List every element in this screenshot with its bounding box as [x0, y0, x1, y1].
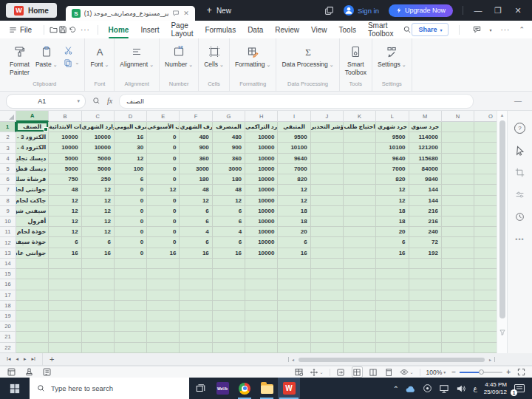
comment-bubble-icon[interactable]	[172, 10, 180, 17]
undo-icon[interactable]	[68, 24, 78, 35]
row-header-18[interactable]: 18	[0, 301, 16, 311]
row-header-14[interactable]: 14	[0, 259, 16, 269]
cell-J1[interactable]: مؤشر التحذير	[311, 122, 344, 132]
cell-M12[interactable]: 72	[409, 237, 442, 248]
cell-O7[interactable]	[474, 185, 497, 195]
cell-N13[interactable]	[442, 248, 474, 259]
cell-B4[interactable]: 5000	[49, 154, 81, 164]
cell-C17[interactable]	[82, 290, 115, 301]
cell-L14[interactable]	[376, 259, 409, 269]
cell-A5[interactable]: ديسك قطع	[16, 164, 49, 174]
vertical-scrollbar-thumb[interactable]	[499, 120, 505, 318]
open-folder-icon[interactable]	[49, 24, 58, 35]
row-header-10[interactable]: 10	[0, 216, 16, 227]
cell-E13[interactable]: 16	[147, 248, 180, 259]
cell-K15[interactable]	[344, 269, 376, 279]
formula-input[interactable]: الصنف	[119, 94, 474, 109]
cell-D17[interactable]	[115, 290, 147, 301]
cell-I15[interactable]	[278, 269, 310, 279]
cell-J21[interactable]	[311, 332, 344, 342]
cell-I20[interactable]	[278, 321, 310, 332]
cell-E22[interactable]	[147, 343, 180, 353]
cell-A6[interactable]: فرشاة سلك	[16, 174, 49, 185]
file-menu[interactable]: File	[0, 26, 39, 34]
cell-E4[interactable]: 0	[147, 154, 180, 164]
cell-N12[interactable]	[442, 237, 474, 248]
cell-B14[interactable]	[49, 259, 81, 269]
cell-B21[interactable]	[49, 332, 81, 342]
cell-K8[interactable]	[344, 196, 376, 206]
new-tab-button[interactable]: + New	[207, 5, 231, 16]
cell-N8[interactable]	[442, 196, 474, 206]
cell-M8[interactable]: 144	[409, 196, 442, 206]
cell-F8[interactable]: 12	[180, 196, 212, 206]
cell-C4[interactable]: 5000	[82, 154, 115, 164]
cell-C8[interactable]: 12	[82, 196, 115, 206]
cell-F5[interactable]: 3000	[180, 164, 212, 174]
cell-N17[interactable]	[442, 290, 474, 301]
select-all-corner[interactable]	[0, 111, 16, 122]
cell-D2[interactable]: 16	[115, 132, 147, 143]
cell-A18[interactable]	[16, 301, 49, 311]
cell-B9[interactable]: 12	[49, 206, 81, 216]
cell-I6[interactable]: 820	[278, 174, 310, 185]
cell-F15[interactable]	[180, 269, 212, 279]
cell-J4[interactable]	[311, 154, 344, 164]
cell-J20[interactable]	[311, 321, 344, 332]
copy-button[interactable]: ⌄	[64, 58, 80, 67]
cell-H8[interactable]: 10000	[245, 196, 278, 206]
column-header-M[interactable]: M	[409, 111, 442, 122]
cell-H9[interactable]: 10000	[245, 206, 278, 216]
cell-O4[interactable]	[474, 154, 497, 164]
close-icon[interactable]: ✕	[513, 7, 523, 15]
cell-I19[interactable]	[278, 311, 310, 321]
cell-M20[interactable]	[409, 321, 442, 332]
cell-L13[interactable]: 16	[376, 248, 409, 259]
cell-L15[interactable]	[376, 269, 409, 279]
cell-O22[interactable]	[474, 343, 497, 353]
cell-E21[interactable]	[147, 332, 180, 342]
cell-G21[interactable]	[213, 332, 245, 342]
cell-B8[interactable]: 12	[49, 196, 81, 206]
language-indicator[interactable]: ع	[473, 385, 477, 392]
cell-M18[interactable]	[409, 301, 442, 311]
cell-N18[interactable]	[442, 301, 474, 311]
cell-B10[interactable]: 12	[49, 216, 81, 227]
cell-G18[interactable]	[213, 301, 245, 311]
cell-E17[interactable]	[147, 290, 180, 301]
cell-K20[interactable]	[344, 321, 376, 332]
row-header-21[interactable]: 21	[0, 332, 16, 342]
cell-C2[interactable]: 10000	[82, 132, 115, 143]
cell-A3[interactable]: الكترود 4 - (‎	[16, 143, 49, 153]
cell-M11[interactable]: 240	[409, 227, 442, 237]
cell-O2[interactable]	[474, 132, 497, 143]
cell-G14[interactable]	[213, 259, 245, 269]
cell-H22[interactable]	[245, 343, 278, 353]
cell-A22[interactable]	[16, 343, 49, 353]
cell-O8[interactable]	[474, 196, 497, 206]
row-header-6[interactable]: 6	[0, 174, 16, 185]
cell-H17[interactable]	[245, 290, 278, 301]
cell-J12[interactable]	[311, 237, 344, 248]
cell-D9[interactable]: 0	[115, 206, 147, 216]
more-commands-icon[interactable]: ···	[78, 26, 93, 34]
cell-K16[interactable]	[344, 279, 376, 290]
cell-L18[interactable]	[376, 301, 409, 311]
smart-toolbox-button[interactable]: SmartToolbox	[345, 43, 366, 76]
cell-O12[interactable]	[474, 237, 497, 248]
cell-L2[interactable]: 9500	[376, 132, 409, 143]
cell-O1[interactable]	[474, 122, 497, 132]
cell-G9[interactable]: 6	[213, 206, 245, 216]
cell-A20[interactable]	[16, 321, 49, 332]
cell-A13[interactable]: جوانتي عادي	[16, 248, 49, 259]
cell-N5[interactable]	[442, 164, 474, 174]
cell-O6[interactable]	[474, 174, 497, 185]
cell-E6[interactable]: 0	[147, 174, 180, 185]
next-sheet-icon[interactable]: ▸	[24, 356, 27, 362]
cell-C18[interactable]	[82, 301, 115, 311]
cell-I1[interactable]: المتبقي	[278, 122, 310, 132]
cell-C14[interactable]	[82, 259, 115, 269]
cell-L17[interactable]	[376, 290, 409, 301]
cell-E10[interactable]: 0	[147, 216, 180, 227]
cell-K1[interactable]: احتياج طلب	[344, 122, 376, 132]
